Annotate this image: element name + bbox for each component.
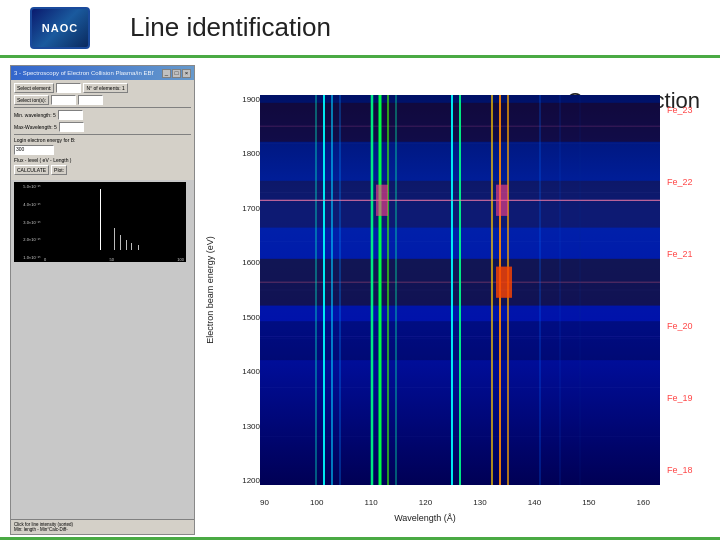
small-plot-area [42, 182, 186, 250]
y-label-4: 1.0×10⁻¹⁵ [14, 255, 42, 260]
ion-fe22: Fe_22 [665, 177, 720, 187]
logo-area: NAOC [20, 3, 100, 53]
app-titlebar: 3 - Spectroscopy of Electron Collision P… [11, 66, 194, 80]
y-tick-labels: 1900 1800 1700 1600 1500 1400 1300 1200 [225, 95, 260, 485]
ion-fe20: Fe_20 [665, 321, 720, 331]
ion-fe23: Fe_23 [665, 105, 720, 115]
ion-labels: Fe_23 Fe_22 Fe_21 Fe_20 Fe_19 Fe_18 [665, 95, 720, 485]
chart-svg [260, 95, 660, 485]
x-tick-100: 100 [177, 257, 184, 262]
y-tick-1900: 1900 [242, 95, 260, 104]
ion-fe18: Fe_18 [665, 465, 720, 475]
app-titlebar-text: 3 - Spectroscopy of Electron Collision P… [14, 70, 154, 76]
y-label-1: 4.0×10⁻¹⁵ [14, 202, 42, 207]
x-tick-0: 0 [44, 257, 46, 262]
y-tick-1200: 1200 [242, 476, 260, 485]
chart-container [260, 95, 660, 485]
x-tick-140: 140 [528, 498, 541, 507]
app-titlebar-buttons: _ □ × [162, 69, 191, 78]
y-label-0: 5.0×10⁻¹⁵ [14, 184, 42, 189]
close-button[interactable]: × [182, 69, 191, 78]
plot-button[interactable]: Plot: [51, 165, 67, 175]
minimize-button[interactable]: _ [162, 69, 171, 78]
max-wavelength-label: Max-Wavelength: 5 [14, 124, 57, 130]
flux-label: Flux - level ( eV - Length ) [14, 157, 72, 163]
flux-row: Flux - level ( eV - Length ) [14, 157, 191, 163]
app-controls: Select element: N° of elements: 1 Select… [11, 80, 194, 180]
min-wavelength-label: Min. wavelength: 5 [14, 112, 56, 118]
page-title: Line identification [130, 12, 331, 43]
x-tick-50: 50 [110, 257, 114, 262]
small-plot-xaxis: 0 50 100 [42, 250, 186, 262]
login-label: Login electron energy for B: [14, 137, 75, 143]
ion-input2[interactable] [78, 95, 103, 105]
svg-rect-28 [496, 185, 508, 216]
spike-3 [120, 235, 121, 250]
spectrum-chart: 1900 1800 1700 1600 1500 1400 1300 1200 … [200, 65, 720, 525]
y-tick-1400: 1400 [242, 367, 260, 376]
small-spectrum-plot: 5.0×10⁻¹⁵ 4.0×10⁻¹⁵ 3.0×10⁻¹⁵ 2.0×10⁻¹⁵ … [14, 182, 186, 262]
max-wavelength-row: Max-Wavelength: 5 [14, 122, 191, 132]
green-line-top [0, 55, 720, 58]
ion-fe21: Fe_21 [665, 249, 720, 259]
login-value-row: 300 [14, 145, 191, 155]
ion-fe19: Fe_19 [665, 393, 720, 403]
min-wavelength-input[interactable] [58, 110, 83, 120]
calc-row: CALCULATE Plot: [14, 165, 191, 175]
y-tick-1500: 1500 [242, 313, 260, 322]
y-tick-1700: 1700 [242, 204, 260, 213]
app-status: Click for line intensity (sorted) Min: l… [11, 519, 194, 534]
maximize-button[interactable]: □ [172, 69, 181, 78]
select-element-button[interactable]: Select element: [14, 83, 54, 93]
select-element-row: Select element: N° of elements: 1 [14, 83, 191, 93]
app-window: 3 - Spectroscopy of Electron Collision P… [10, 65, 195, 535]
select-ion-button[interactable]: Select ion(s): [14, 95, 49, 105]
svg-rect-27 [376, 185, 388, 216]
x-tick-labels: 90 100 110 120 130 140 150 160 [260, 498, 650, 507]
spike-4 [126, 240, 127, 250]
x-tick-150: 150 [582, 498, 595, 507]
status-line-2: Min: length - Min°Calc-Diff- [14, 527, 191, 532]
x-tick-120: 120 [419, 498, 432, 507]
main-content: 3 - Spectroscopy of Electron Collision P… [0, 60, 720, 540]
spike-5 [131, 243, 132, 250]
x-tick-130: 130 [473, 498, 486, 507]
x-tick-100: 100 [310, 498, 323, 507]
y-tick-1800: 1800 [242, 149, 260, 158]
separator [14, 107, 191, 108]
small-plot-yaxis: 5.0×10⁻¹⁵ 4.0×10⁻¹⁵ 3.0×10⁻¹⁵ 2.0×10⁻¹⁵ … [14, 182, 42, 262]
svg-rect-22 [496, 267, 512, 298]
y-label-2: 3.0×10⁻¹⁵ [14, 220, 42, 225]
y-axis-text: Electron beam energy (eV) [205, 236, 215, 344]
spike-2 [114, 228, 115, 250]
y-tick-1600: 1600 [242, 258, 260, 267]
y-tick-1300: 1300 [242, 422, 260, 431]
naoc-logo: NAOC [30, 7, 90, 49]
x-axis-label: Wavelength (Å) [200, 513, 650, 523]
spike-1 [100, 189, 101, 250]
x-tick-90: 90 [260, 498, 269, 507]
header: NAOC Line identification [0, 0, 720, 55]
max-wavelength-input[interactable] [59, 122, 84, 132]
separator2 [14, 134, 191, 135]
x-tick-110: 110 [364, 498, 377, 507]
x-tick-160: 160 [637, 498, 650, 507]
element-input[interactable] [56, 83, 81, 93]
wavelength-row: Min. wavelength: 5 [14, 110, 191, 120]
page-title-area: Line identification [100, 12, 700, 43]
select-ion-row: Select ion(s): [14, 95, 191, 105]
y-axis-label: Electron beam energy (eV) [200, 95, 220, 485]
n-elements-button[interactable]: N° of elements: 1 [83, 83, 127, 93]
login-label-row: Login electron energy for B: [14, 137, 191, 143]
calculate-button[interactable]: CALCULATE [14, 165, 49, 175]
y-label-3: 2.0×10⁻¹⁵ [14, 237, 42, 242]
login-value-input[interactable]: 300 [14, 145, 54, 155]
ion-input[interactable] [51, 95, 76, 105]
